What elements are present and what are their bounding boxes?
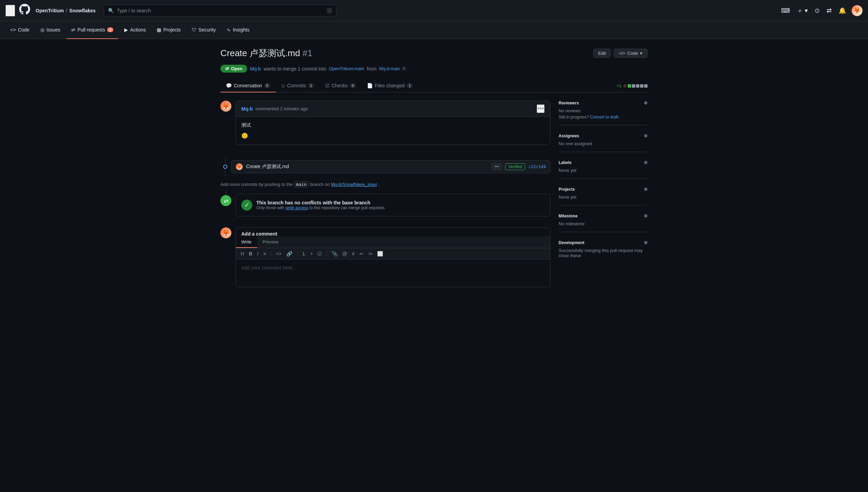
comment-body: 测试 🙂 [236, 117, 550, 144]
sidebar-reviewers-sub: Still in progress? Convert to draft [559, 115, 648, 119]
checks-tab-label: Checks [332, 83, 348, 88]
comment-card: Mq-b commented 2 minutes ago ••• 测试 🙂 [235, 101, 550, 145]
conversation-tab-label: Conversation [234, 83, 262, 88]
tab-files-changed[interactable]: 📄 Files changed 1 [361, 79, 418, 92]
issues-inbox-button[interactable]: ⊙ [813, 5, 821, 16]
sidebar-milestone-section: Milestone ⚙ No milestone [559, 214, 648, 232]
push-hint-repo-link[interactable]: Mq-b/Snowflakes_loser [331, 182, 377, 187]
nav-item-actions[interactable]: ▶ Actions [119, 21, 151, 39]
diff-sq-neu-3 [640, 84, 643, 88]
pr-status-text: Open [231, 66, 242, 71]
insights-icon: ∿ [227, 27, 231, 33]
issues-icon: ◎ [40, 27, 44, 33]
sidebar-development-section: Development ⚙ Successfully merging this … [559, 240, 648, 264]
pr-head-branch[interactable]: Mq-b:main [379, 66, 400, 71]
nav-item-pull-requests[interactable]: ⇄ Pull requests 1 [66, 21, 118, 39]
comment-tab-preview[interactable]: Preview [257, 237, 284, 248]
push-hint: Add more commits by pushing to the main … [220, 178, 550, 190]
comment-tab-write[interactable]: Write [236, 237, 257, 248]
toolbar-attach-btn[interactable]: 📎 [330, 250, 339, 257]
milestone-gear-icon[interactable]: ⚙ [644, 214, 648, 218]
commit-timeline-row: 🦊 Create 卢瑟测试.md ••• Verified c21c1d4 [220, 156, 550, 178]
toolbar-unordered-list-btn[interactable]: • [309, 250, 314, 257]
pr-header-actions: Edit </> Code ▾ [593, 49, 648, 58]
comment-row: 🦊 Mq-b commented 2 minutes ago ••• 测试 🙂 [220, 101, 550, 150]
toolbar-task-list-btn[interactable]: ☑ [316, 250, 323, 257]
create-new-button[interactable]: ＋ ▾ [795, 5, 809, 16]
projects-icon: ▦ [157, 27, 161, 33]
reviewers-gear-icon[interactable]: ⚙ [644, 101, 648, 105]
toolbar-mention-btn[interactable]: @ [341, 250, 348, 257]
repo-name[interactable]: Snowflakes [69, 8, 95, 13]
files-changed-tab-label: Files changed [375, 83, 405, 88]
push-hint-branch: main [294, 181, 309, 188]
nav-item-security[interactable]: 🛡 Security [187, 21, 221, 39]
hamburger-menu-button[interactable]: ☰ [5, 5, 15, 16]
edit-button[interactable]: Edit [593, 49, 611, 58]
commits-tab-icon: ◇ [281, 83, 285, 88]
commenter-own-avatar: 🦊 [220, 227, 231, 238]
toolbar-undo-btn[interactable]: ↩ [358, 250, 365, 257]
search-box[interactable]: 🔍 Type / to search / [104, 5, 336, 16]
toolbar-bold-btn[interactable]: B [247, 250, 254, 257]
nav-item-issues[interactable]: ◎ Issues [36, 21, 65, 39]
nav-label-issues: Issues [47, 27, 60, 33]
user-avatar[interactable]: 🦊 [852, 5, 863, 16]
merge-check-box: ✓ This branch has no conflicts with the … [235, 194, 550, 216]
terminal-icon-button[interactable]: ⌨ [780, 5, 791, 16]
tab-conversation[interactable]: 💬 Conversation 0 [220, 79, 276, 92]
sidebar-projects-value: None yet [559, 194, 648, 200]
pull-requests-button[interactable]: ⇄ [825, 5, 833, 16]
pr-status-icon: ⇄ [225, 66, 229, 71]
org-name[interactable]: OpenTritium [36, 8, 64, 13]
development-gear-icon[interactable]: ⚙ [644, 240, 648, 245]
pr-title-text: Create 卢瑟测试.md [220, 48, 300, 58]
nav-label-security: Security [199, 27, 216, 33]
copy-branch-icon[interactable]: ⎘ [403, 66, 406, 71]
toolbar-italic-btn[interactable]: I [256, 250, 260, 257]
merge-icon: ⇄ [220, 195, 231, 206]
sidebar-reviewers-label: Reviewers [559, 101, 579, 105]
nav-item-projects[interactable]: ▦ Projects [152, 21, 186, 39]
commenter-name[interactable]: Mq-b [241, 106, 253, 112]
toolbar-ordered-list-btn[interactable]: 1. [301, 250, 308, 257]
toolbar-link-btn[interactable]: 🔗 [285, 250, 294, 257]
push-hint-text-before: Add more commits by pushing to the [220, 182, 294, 187]
pr-author-link[interactable]: Mq-b [250, 66, 261, 72]
comment-input-area[interactable]: Add your comment here... [236, 260, 550, 287]
comment-text: 测试 [241, 122, 545, 128]
toolbar-fullscreen-btn[interactable]: ⬜ [376, 250, 384, 257]
nav-item-insights[interactable]: ∿ Insights [222, 21, 254, 39]
toolbar-quote-btn[interactable]: ≡ [262, 250, 267, 257]
comment-box-tabs: Write Preview [236, 237, 550, 248]
notifications-button[interactable]: 🔔 [837, 5, 847, 16]
commit-hash-link[interactable]: c21c1d4 [528, 164, 546, 169]
pr-base-branch[interactable]: OpenTritium:main [329, 66, 364, 71]
toolbar-ref-btn[interactable]: # [350, 250, 356, 257]
pr-tabs: 💬 Conversation 0 ◇ Commits 1 ☑ Checks 0 … [220, 79, 648, 92]
sidebar-projects-section: Projects ⚙ None yet [559, 187, 648, 205]
nav-label-code: Code [18, 27, 29, 33]
code-dropdown-button[interactable]: </> Code ▾ [614, 49, 648, 58]
comment-time: commented 2 minutes ago [255, 106, 308, 111]
projects-gear-icon[interactable]: ⚙ [644, 187, 648, 192]
convert-to-draft-link[interactable]: Convert to draft [590, 115, 618, 119]
comment-emoji-button[interactable]: 🙂 [241, 133, 248, 139]
toolbar-sep-2 [297, 251, 297, 256]
toolbar-heading-btn[interactable]: H [239, 250, 245, 257]
tab-commits[interactable]: ◇ Commits 1 [276, 79, 320, 92]
write-access-link[interactable]: write access [285, 205, 308, 210]
tab-checks[interactable]: ☑ Checks 0 [320, 79, 361, 92]
top-navigation: ☰ OpenTritium / Snowflakes 🔍 Type / to s… [0, 0, 868, 21]
code-btn-label: Code [627, 51, 638, 56]
nav-item-code[interactable]: <> Code [5, 21, 34, 39]
labels-gear-icon[interactable]: ⚙ [644, 160, 648, 165]
add-comment-title: Add a comment [236, 228, 550, 237]
toolbar-code-btn[interactable]: <> [275, 250, 283, 257]
commit-more-button[interactable]: ••• [492, 163, 502, 170]
comment-menu-button[interactable]: ••• [537, 104, 545, 113]
github-logo-icon[interactable] [19, 4, 30, 17]
assignees-gear-icon[interactable]: ⚙ [644, 134, 648, 138]
merge-check-title: This branch has no conflicts with the ba… [256, 200, 545, 205]
toolbar-redo-btn[interactable]: ↪ [367, 250, 374, 257]
